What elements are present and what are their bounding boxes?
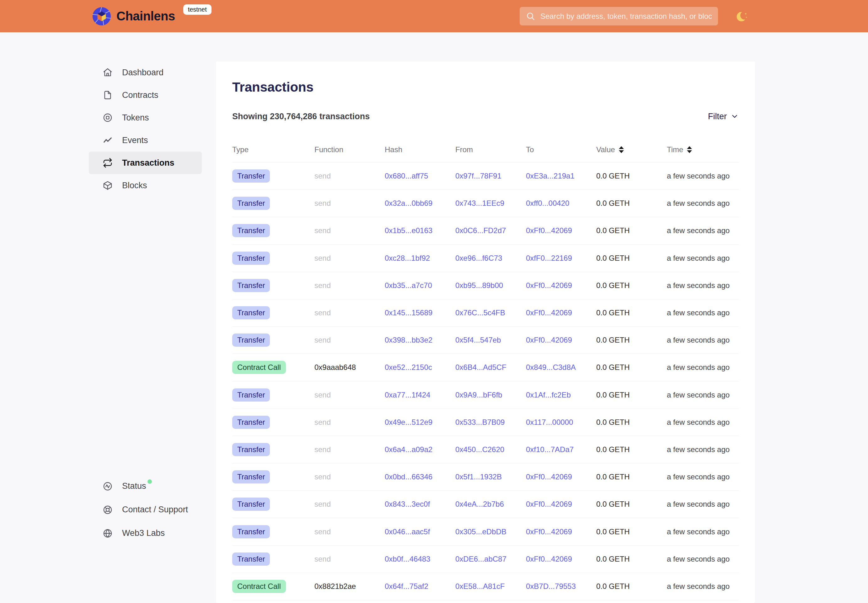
from-link[interactable]: 0x450...C2620 — [455, 445, 504, 454]
from-cell: 0xE58...A81cF — [455, 582, 526, 591]
to-link[interactable]: 0xB7D...79553 — [526, 582, 576, 591]
hash-link[interactable]: 0xe52...2150c — [385, 363, 432, 371]
to-link[interactable]: 0xfF0...22169 — [526, 254, 572, 262]
transactions-count-summary: Showing 230,764,286 transactions — [232, 112, 370, 121]
hash-link[interactable]: 0x398...bb3e2 — [385, 336, 432, 344]
from-link[interactable]: 0x533...B7B09 — [455, 418, 504, 426]
function-cell: send — [314, 336, 385, 345]
to-link[interactable]: 0xE3a...219a1 — [526, 172, 575, 180]
theme-toggle-button[interactable] — [735, 9, 750, 24]
search-input[interactable] — [540, 12, 712, 21]
time-cell: a few seconds ago — [667, 582, 739, 591]
sidebar-item-transactions[interactable]: Transactions — [89, 152, 202, 174]
hash-link[interactable]: 0x145...15689 — [385, 308, 432, 317]
top-header: Chainlens testnet — [0, 0, 868, 32]
from-link[interactable]: 0x0C6...FD2d7 — [455, 226, 506, 235]
type-badge: Transfer — [232, 525, 270, 538]
type-badge: Transfer — [232, 279, 270, 292]
value-cell: 0.0 GETH — [596, 281, 667, 290]
sidebar-item-contracts[interactable]: Contracts — [89, 84, 202, 107]
table-row: Transfer send 0x6a4...a09a2 0x450...C262… — [232, 436, 739, 463]
sidebar-item-blocks[interactable]: Blocks — [89, 174, 202, 197]
hash-link[interactable]: 0x6a4...a09a2 — [385, 445, 432, 454]
to-link[interactable]: 0xFf0...42069 — [526, 226, 572, 235]
hash-link[interactable]: 0x64f...75af2 — [385, 582, 429, 591]
from-link[interactable]: 0x97f...78F91 — [455, 172, 501, 180]
file-icon — [103, 90, 113, 100]
from-link[interactable]: 0xb95...89b00 — [455, 281, 503, 289]
col-header-time[interactable]: Time — [667, 145, 739, 154]
value-cell: 0.0 GETH — [596, 445, 667, 454]
hash-link[interactable]: 0x680...aff75 — [385, 172, 428, 180]
from-link[interactable]: 0x9A9...bF6fb — [455, 391, 502, 399]
life-buoy-icon — [103, 505, 113, 515]
sidebar-item-web3-labs[interactable]: Web3 Labs — [89, 521, 202, 545]
to-link[interactable]: 0xFf0...42069 — [526, 281, 572, 289]
from-link[interactable]: 0xE58...A81cF — [455, 582, 504, 591]
to-link[interactable]: 0x1Af...fc2Eb — [526, 391, 571, 399]
sidebar-item-dashboard[interactable]: Dashboard — [89, 61, 202, 84]
to-link[interactable]: 0x117...00000 — [526, 418, 573, 426]
function-cell: send — [314, 226, 385, 235]
table-row: Transfer send 0xb35...a7c70 0xb95...89b0… — [232, 272, 739, 299]
to-link[interactable]: 0xFf0...42069 — [526, 473, 572, 481]
hash-link[interactable]: 0x1b5...e0163 — [385, 226, 432, 235]
sort-value-icon[interactable] — [619, 146, 624, 153]
sidebar-item-tokens[interactable]: Tokens — [89, 107, 202, 129]
search-bar[interactable] — [520, 7, 718, 25]
type-badge: Contract Call — [232, 580, 286, 593]
repeat-icon — [103, 158, 113, 168]
filter-button[interactable]: Filter — [708, 112, 739, 121]
from-cell: 0x0C6...FD2d7 — [455, 226, 526, 235]
function-cell: send — [314, 254, 385, 263]
hash-link[interactable]: 0x843...3ec0f — [385, 500, 430, 508]
sidebar-item-events[interactable]: Events — [89, 129, 202, 152]
from-link[interactable]: 0x305...eDbDB — [455, 527, 506, 536]
brand-logo[interactable]: Chainlens — [93, 7, 175, 25]
hash-link[interactable]: 0x046...aac5f — [385, 527, 430, 536]
to-link[interactable]: 0xFf0...42069 — [526, 555, 572, 563]
hash-link[interactable]: 0x32a...0bb69 — [385, 199, 432, 207]
sidebar-item-status[interactable]: Status — [89, 475, 202, 498]
to-link[interactable]: 0x849...C3d8A — [526, 363, 576, 371]
from-link[interactable]: 0x5f1...1932B — [455, 473, 502, 481]
to-link[interactable]: 0xFf0...42069 — [526, 308, 572, 317]
from-link[interactable]: 0xDE6...abC87 — [455, 555, 506, 563]
type-cell: Transfer — [232, 525, 314, 538]
to-cell: 0xFf0...42069 — [526, 500, 596, 509]
from-link[interactable]: 0x76C...5c4FB — [455, 308, 505, 317]
from-link[interactable]: 0x743...1EEc9 — [455, 199, 504, 207]
time-cell: a few seconds ago — [667, 473, 739, 481]
from-link[interactable]: 0x6B4...Ad5CF — [455, 363, 506, 371]
from-link[interactable]: 0xe96...f6C73 — [455, 254, 502, 262]
hash-link[interactable]: 0xb0f...46483 — [385, 555, 430, 563]
table-row: Transfer send 0xb0f...46483 0xDE6...abC8… — [232, 546, 739, 573]
sidebar-item-contact-support[interactable]: Contact / Support — [89, 498, 202, 521]
type-badge: Transfer — [232, 334, 270, 347]
value-cell: 0.0 GETH — [596, 254, 667, 263]
type-cell: Transfer — [232, 470, 314, 484]
to-cell: 0xFf0...42069 — [526, 527, 596, 536]
sidebar-item-label: Transactions — [122, 158, 175, 168]
hash-link[interactable]: 0xb35...a7c70 — [385, 281, 432, 289]
hash-cell: 0xa77...1f424 — [385, 391, 455, 399]
to-link[interactable]: 0xFf0...42069 — [526, 336, 572, 344]
from-link[interactable]: 0x5f4...547eb — [455, 336, 501, 344]
to-link[interactable]: 0xff0...00420 — [526, 199, 569, 207]
type-cell: Transfer — [232, 306, 314, 319]
value-cell: 0.0 GETH — [596, 500, 667, 509]
value-cell: 0.0 GETH — [596, 418, 667, 427]
col-header-value[interactable]: Value — [596, 145, 667, 154]
time-cell: a few seconds ago — [667, 363, 739, 372]
to-link[interactable]: 0xf10...7ADa7 — [526, 445, 574, 454]
table-body: Transfer send 0x680...aff75 0x97f...78F9… — [232, 162, 739, 600]
hash-link[interactable]: 0xc28...1bf92 — [385, 254, 430, 262]
hash-link[interactable]: 0x49e...512e9 — [385, 418, 432, 426]
to-link[interactable]: 0xFf0...42069 — [526, 500, 572, 508]
to-link[interactable]: 0xFf0...42069 — [526, 527, 572, 536]
hash-link[interactable]: 0xa77...1f424 — [385, 391, 430, 399]
sort-time-icon[interactable] — [687, 146, 692, 153]
from-link[interactable]: 0x4eA...2b7b6 — [455, 500, 504, 508]
hash-link[interactable]: 0x0bd...66346 — [385, 473, 432, 481]
search-icon — [526, 12, 535, 21]
